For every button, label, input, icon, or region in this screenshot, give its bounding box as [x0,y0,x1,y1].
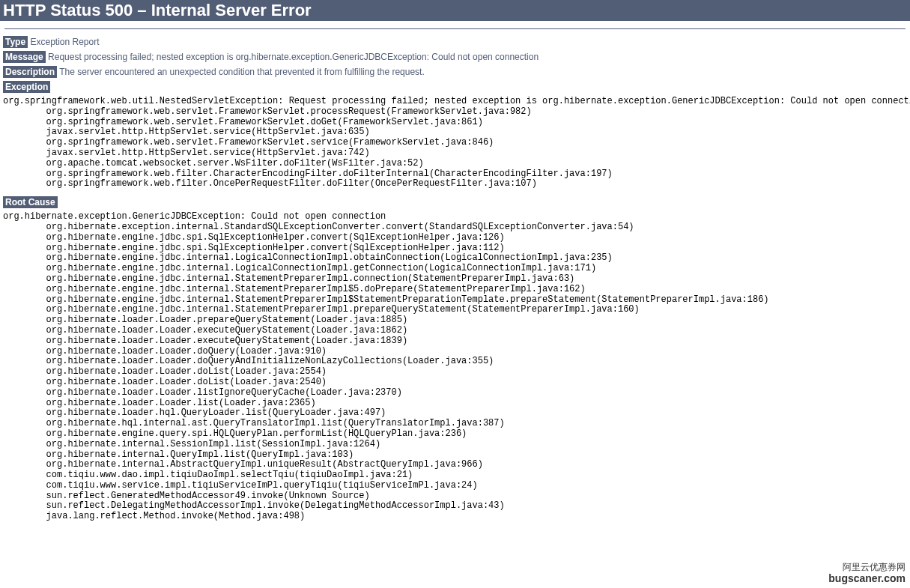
type-value: Exception Report [30,37,99,47]
rootcause-trace: org.hibernate.exception.GenericJDBCExcep… [3,212,907,522]
rootcause-heading: Root Cause [3,197,907,207]
description-label: Description [3,66,57,78]
description-line: Description The server encountered an un… [3,67,907,77]
exception-label: Exception [3,81,50,93]
exception-trace: org.springframework.web.util.NestedServl… [3,97,907,190]
divider [4,28,906,29]
type-label: Type [3,36,28,48]
message-value: Request processing failed; nested except… [48,52,539,62]
rootcause-label: Root Cause [3,196,58,208]
message-line: Message Request processing failed; neste… [3,52,907,62]
description-value: The server encountered an unexpected con… [59,67,425,77]
page-title: HTTP Status 500 – Internal Server Error [0,0,910,21]
exception-heading: Exception [3,82,907,92]
type-line: Type Exception Report [3,37,907,47]
message-label: Message [3,51,46,63]
